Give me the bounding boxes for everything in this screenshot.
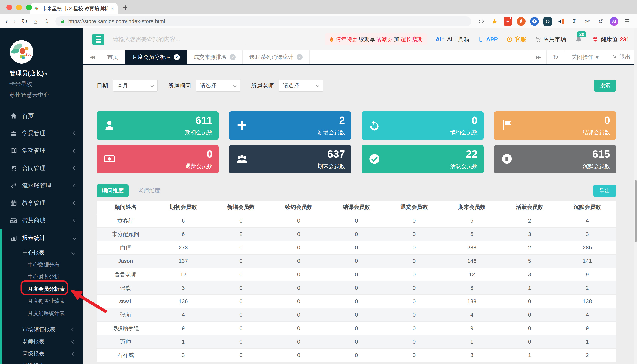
window-controls[interactable] xyxy=(7,4,32,10)
sidebar-item-monthly-lessons[interactable]: 月度消课统计表 xyxy=(2,307,83,319)
col-new: 新增会员数 xyxy=(212,201,270,214)
sidebar-item-activities[interactable]: 活动管理 xyxy=(0,142,83,160)
tab-close-icon[interactable]: × xyxy=(110,5,114,12)
stat-card-initial-members[interactable]: 611 期初会员数 xyxy=(97,111,219,140)
stat-cards: 611 期初会员数 2 新增会员数 0 续约会员数 xyxy=(97,111,616,174)
tab-course-series[interactable]: 课程系列消课统计 × xyxy=(243,50,309,64)
advisor-name-cell: 未分配顾问 xyxy=(97,228,154,241)
refresh-tab-button[interactable]: ↻ xyxy=(546,50,565,64)
advisor-select[interactable]: 请选择 xyxy=(196,80,240,92)
close-tab-icon[interactable]: × xyxy=(230,54,236,60)
home-icon[interactable]: ⌂ xyxy=(33,18,38,25)
stat-card-final-members[interactable]: 637 期末会员数 xyxy=(229,145,351,174)
tabs-scroll-left-button[interactable]: ◀◀ xyxy=(83,50,101,64)
customer-service-link[interactable]: 客服 xyxy=(507,36,526,43)
close-tab-icon[interactable]: × xyxy=(296,54,302,60)
url-bar[interactable]: https://store.kamios.com/index-store.htm… xyxy=(55,16,471,26)
sidebar-item-ledger[interactable]: 流水账管理 xyxy=(0,177,83,194)
stat-card-new-members[interactable]: 2 新增会员数 xyxy=(229,111,351,140)
center-name: 苏州智慧云中心 xyxy=(10,91,83,99)
ai-toolbox-link[interactable]: Ai⁺ AI工具箱 xyxy=(436,36,469,43)
gamepad-extension-icon[interactable]: + xyxy=(504,17,512,26)
lock-icon xyxy=(60,19,65,24)
undo-icon[interactable]: ↺ xyxy=(596,17,605,26)
sidebar-group-reports: 报表统计 中心报表 中心数据分布 中心财务分析 月度会员分析表 月度销售业绩表 … xyxy=(0,229,83,364)
tabs-scroll-right-button[interactable]: ▶▶ xyxy=(529,50,546,64)
sidebar-item-reports[interactable]: 报表统计 xyxy=(2,229,83,246)
screen: 卡米星校-卡米星校 教育培训机 × + ‹ › ↻ ⌂ ☆ https://st… xyxy=(0,0,637,364)
scrollbar-thumb[interactable] xyxy=(634,180,636,242)
download-icon[interactable]: ↧ xyxy=(570,17,579,26)
sidebar-item-advanced-report[interactable]: 高级报表 xyxy=(2,348,83,360)
sidebar-item-center-report[interactable]: 中心报表 xyxy=(2,246,83,259)
ai-extension-icon[interactable]: AI xyxy=(610,17,618,26)
sidebar-toggle-button[interactable] xyxy=(92,34,105,45)
rocket-extension-icon[interactable] xyxy=(517,17,525,26)
sidebar-item-mall[interactable]: 智慧商城 xyxy=(0,212,83,229)
promo-banner[interactable]: 跨年特惠 续期享 满减券 加 超长赠期 xyxy=(325,33,427,46)
exchange-icon xyxy=(10,182,17,189)
close-tab-icon[interactable]: × xyxy=(174,54,180,60)
tab-deal-source[interactable]: 成交来源排名 × xyxy=(187,50,243,64)
code-extension-icon[interactable] xyxy=(477,17,486,26)
stat-card-renewal-members[interactable]: 0 续约会员数 xyxy=(362,111,484,140)
close-window-button[interactable] xyxy=(7,4,12,10)
browser-tab[interactable]: 卡米星校-卡米星校 教育培训机 × xyxy=(30,3,118,14)
close-operations-dropdown[interactable]: 关闭操作▾ xyxy=(565,50,605,64)
sidebar-item-monthly-member[interactable]: 月度会员分析表 xyxy=(2,283,83,295)
notifications-bell[interactable]: 20 xyxy=(575,35,583,44)
tab-home[interactable]: 首页 xyxy=(101,50,125,64)
camera-extension-icon[interactable] xyxy=(543,17,552,26)
bookmark-star-icon[interactable]: ☆ xyxy=(43,18,50,25)
active-tab-strip xyxy=(83,64,637,65)
teacher-select[interactable]: 请选择 xyxy=(279,80,323,92)
stat-card-silent-members[interactable]: 615 沉默会员数 xyxy=(494,145,616,174)
chevron-left-icon xyxy=(73,184,76,188)
clock-extension-icon[interactable] xyxy=(530,17,539,26)
tab-monthly-member-active[interactable]: 月度会员分析表 × xyxy=(125,50,187,64)
date-select[interactable]: 本月 xyxy=(113,80,158,92)
cart-icon xyxy=(535,36,541,42)
export-button[interactable]: 导出 xyxy=(593,185,616,197)
favicon xyxy=(34,6,40,11)
inbox-icon xyxy=(10,217,17,224)
stat-card-finished-members[interactable]: 0 结课会员数 xyxy=(494,111,616,140)
tab-advisor-dimension[interactable]: 顾问维度 xyxy=(97,184,129,197)
sidebar-item-home[interactable]: 首页 xyxy=(0,107,83,124)
sidebar-item-market-report[interactable]: 市场销售报表 xyxy=(2,324,83,336)
stat-card-refund-members[interactable]: 0 退费会员数 xyxy=(97,145,219,174)
logout-button[interactable]: 退出 xyxy=(605,50,637,64)
app-market-link[interactable]: 应用市场 xyxy=(535,36,566,43)
sidebar-item-students[interactable]: 学员管理 xyxy=(0,124,83,142)
sidebar-item-contracts[interactable]: 合同管理 xyxy=(0,160,83,177)
scrollbar-track[interactable] xyxy=(634,28,637,364)
back-icon[interactable]: ‹ xyxy=(5,18,8,25)
tab-teacher-dimension[interactable]: 老师维度 xyxy=(133,184,165,197)
global-search-input[interactable] xyxy=(112,34,245,45)
sidebar-item-center-finance[interactable]: 中心财务分析 xyxy=(2,271,83,283)
maximize-window-button[interactable] xyxy=(26,4,32,10)
sidebar-item-center-data[interactable]: 中心数据分布 xyxy=(2,259,83,271)
advisor-name-cell: 鲁鲁老师 xyxy=(97,268,154,281)
bookmarks-extension-icon[interactable]: ★ xyxy=(490,17,499,26)
reload-icon[interactable]: ↻ xyxy=(22,18,28,25)
advisor-name-cell: 万帅 xyxy=(97,335,154,348)
new-tab-button[interactable]: + xyxy=(123,4,128,12)
chevron-left-icon xyxy=(72,340,75,344)
minimize-window-button[interactable] xyxy=(16,4,22,10)
sidebar-item-monthly-sales[interactable]: 月度销售业绩表 xyxy=(2,295,83,307)
browser-menu-icon[interactable]: ☰ xyxy=(623,17,632,26)
sidebar-item-featured-report[interactable]: 精选报表 xyxy=(2,360,83,364)
app-link[interactable]: APP xyxy=(478,36,498,42)
megaphone-extension-icon[interactable] xyxy=(557,17,565,26)
report-table: 顾问姓名 期初会员数 新增会员数 续约会员数 结课会员数 退费会员数 期末会员数… xyxy=(97,201,616,362)
sidebar-item-teacher-report[interactable]: 老师报表 xyxy=(2,336,83,348)
sidebar-item-teaching[interactable]: 教学管理 xyxy=(0,194,83,212)
phone-icon xyxy=(478,36,484,42)
stat-card-active-members[interactable]: 22 活跃会员数 xyxy=(362,145,484,174)
health-indicator[interactable]: 健康值231 xyxy=(592,36,629,43)
search-button[interactable]: 搜索 xyxy=(594,80,616,92)
scissors-icon[interactable]: ✂ xyxy=(583,17,592,26)
forward-icon[interactable]: › xyxy=(14,18,16,25)
user-role[interactable]: 管理员(店长)▾ xyxy=(10,69,83,78)
